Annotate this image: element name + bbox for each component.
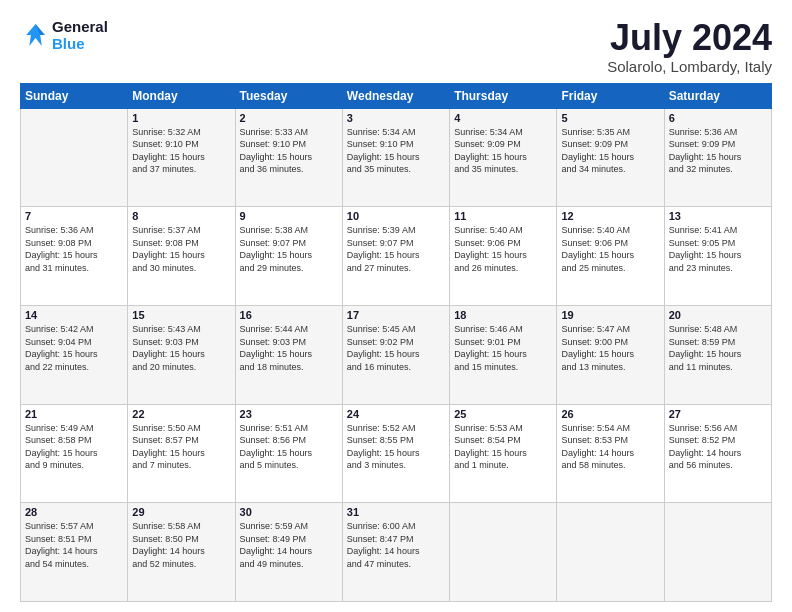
- day-cell: 20Sunrise: 5:48 AMSunset: 8:59 PMDayligh…: [664, 305, 771, 404]
- day-number: 24: [347, 408, 445, 420]
- header-friday: Friday: [557, 83, 664, 108]
- day-number: 21: [25, 408, 123, 420]
- day-info: Sunrise: 5:41 AMSunset: 9:05 PMDaylight:…: [669, 224, 767, 274]
- day-info: Sunrise: 5:47 AMSunset: 9:00 PMDaylight:…: [561, 323, 659, 373]
- day-cell: 3Sunrise: 5:34 AMSunset: 9:10 PMDaylight…: [342, 108, 449, 207]
- day-info: Sunrise: 5:56 AMSunset: 8:52 PMDaylight:…: [669, 422, 767, 472]
- day-number: 25: [454, 408, 552, 420]
- day-info: Sunrise: 5:54 AMSunset: 8:53 PMDaylight:…: [561, 422, 659, 472]
- day-number: 1: [132, 112, 230, 124]
- day-info: Sunrise: 5:37 AMSunset: 9:08 PMDaylight:…: [132, 224, 230, 274]
- day-info: Sunrise: 5:48 AMSunset: 8:59 PMDaylight:…: [669, 323, 767, 373]
- day-info: Sunrise: 5:59 AMSunset: 8:49 PMDaylight:…: [240, 520, 338, 570]
- day-cell: [557, 503, 664, 602]
- week-row-4: 21Sunrise: 5:49 AMSunset: 8:58 PMDayligh…: [21, 404, 772, 503]
- day-info: Sunrise: 5:34 AMSunset: 9:10 PMDaylight:…: [347, 126, 445, 176]
- day-cell: 28Sunrise: 5:57 AMSunset: 8:51 PMDayligh…: [21, 503, 128, 602]
- day-cell: 9Sunrise: 5:38 AMSunset: 9:07 PMDaylight…: [235, 207, 342, 306]
- title-section: July 2024 Solarolo, Lombardy, Italy: [607, 18, 772, 75]
- header-wednesday: Wednesday: [342, 83, 449, 108]
- week-row-2: 7Sunrise: 5:36 AMSunset: 9:08 PMDaylight…: [21, 207, 772, 306]
- day-cell: 1Sunrise: 5:32 AMSunset: 9:10 PMDaylight…: [128, 108, 235, 207]
- day-number: 18: [454, 309, 552, 321]
- day-number: 2: [240, 112, 338, 124]
- day-cell: 15Sunrise: 5:43 AMSunset: 9:03 PMDayligh…: [128, 305, 235, 404]
- day-cell: 22Sunrise: 5:50 AMSunset: 8:57 PMDayligh…: [128, 404, 235, 503]
- day-info: Sunrise: 5:46 AMSunset: 9:01 PMDaylight:…: [454, 323, 552, 373]
- day-info: Sunrise: 5:32 AMSunset: 9:10 PMDaylight:…: [132, 126, 230, 176]
- header-row: Sunday Monday Tuesday Wednesday Thursday…: [21, 83, 772, 108]
- day-number: 22: [132, 408, 230, 420]
- day-number: 7: [25, 210, 123, 222]
- header-tuesday: Tuesday: [235, 83, 342, 108]
- day-info: Sunrise: 5:40 AMSunset: 9:06 PMDaylight:…: [561, 224, 659, 274]
- day-cell: 5Sunrise: 5:35 AMSunset: 9:09 PMDaylight…: [557, 108, 664, 207]
- day-cell: 18Sunrise: 5:46 AMSunset: 9:01 PMDayligh…: [450, 305, 557, 404]
- logo-text: General Blue: [52, 18, 108, 52]
- day-cell: 14Sunrise: 5:42 AMSunset: 9:04 PMDayligh…: [21, 305, 128, 404]
- day-number: 30: [240, 506, 338, 518]
- header-saturday: Saturday: [664, 83, 771, 108]
- day-info: Sunrise: 5:53 AMSunset: 8:54 PMDaylight:…: [454, 422, 552, 472]
- day-cell: [664, 503, 771, 602]
- day-number: 15: [132, 309, 230, 321]
- day-cell: 2Sunrise: 5:33 AMSunset: 9:10 PMDaylight…: [235, 108, 342, 207]
- day-info: Sunrise: 5:33 AMSunset: 9:10 PMDaylight:…: [240, 126, 338, 176]
- day-cell: 29Sunrise: 5:58 AMSunset: 8:50 PMDayligh…: [128, 503, 235, 602]
- day-cell: 16Sunrise: 5:44 AMSunset: 9:03 PMDayligh…: [235, 305, 342, 404]
- day-cell: 8Sunrise: 5:37 AMSunset: 9:08 PMDaylight…: [128, 207, 235, 306]
- day-number: 17: [347, 309, 445, 321]
- day-number: 29: [132, 506, 230, 518]
- day-number: 23: [240, 408, 338, 420]
- day-number: 31: [347, 506, 445, 518]
- day-info: Sunrise: 5:43 AMSunset: 9:03 PMDaylight:…: [132, 323, 230, 373]
- day-cell: 30Sunrise: 5:59 AMSunset: 8:49 PMDayligh…: [235, 503, 342, 602]
- week-row-3: 14Sunrise: 5:42 AMSunset: 9:04 PMDayligh…: [21, 305, 772, 404]
- day-info: Sunrise: 5:45 AMSunset: 9:02 PMDaylight:…: [347, 323, 445, 373]
- day-cell: [450, 503, 557, 602]
- day-info: Sunrise: 5:42 AMSunset: 9:04 PMDaylight:…: [25, 323, 123, 373]
- day-number: 27: [669, 408, 767, 420]
- day-cell: 25Sunrise: 5:53 AMSunset: 8:54 PMDayligh…: [450, 404, 557, 503]
- day-cell: 21Sunrise: 5:49 AMSunset: 8:58 PMDayligh…: [21, 404, 128, 503]
- day-cell: 24Sunrise: 5:52 AMSunset: 8:55 PMDayligh…: [342, 404, 449, 503]
- calendar-page: General Blue July 2024 Solarolo, Lombard…: [0, 0, 792, 612]
- week-row-1: 1Sunrise: 5:32 AMSunset: 9:10 PMDaylight…: [21, 108, 772, 207]
- day-number: 14: [25, 309, 123, 321]
- day-cell: 19Sunrise: 5:47 AMSunset: 9:00 PMDayligh…: [557, 305, 664, 404]
- day-number: 16: [240, 309, 338, 321]
- day-cell: 6Sunrise: 5:36 AMSunset: 9:09 PMDaylight…: [664, 108, 771, 207]
- header-sunday: Sunday: [21, 83, 128, 108]
- day-info: Sunrise: 6:00 AMSunset: 8:47 PMDaylight:…: [347, 520, 445, 570]
- day-number: 13: [669, 210, 767, 222]
- calendar-table: Sunday Monday Tuesday Wednesday Thursday…: [20, 83, 772, 602]
- header-monday: Monday: [128, 83, 235, 108]
- day-info: Sunrise: 5:44 AMSunset: 9:03 PMDaylight:…: [240, 323, 338, 373]
- day-number: 10: [347, 210, 445, 222]
- day-number: 26: [561, 408, 659, 420]
- calendar-subtitle: Solarolo, Lombardy, Italy: [607, 58, 772, 75]
- calendar-body: 1Sunrise: 5:32 AMSunset: 9:10 PMDaylight…: [21, 108, 772, 601]
- day-cell: 17Sunrise: 5:45 AMSunset: 9:02 PMDayligh…: [342, 305, 449, 404]
- day-info: Sunrise: 5:40 AMSunset: 9:06 PMDaylight:…: [454, 224, 552, 274]
- day-info: Sunrise: 5:38 AMSunset: 9:07 PMDaylight:…: [240, 224, 338, 274]
- day-info: Sunrise: 5:36 AMSunset: 9:09 PMDaylight:…: [669, 126, 767, 176]
- day-number: 4: [454, 112, 552, 124]
- day-info: Sunrise: 5:52 AMSunset: 8:55 PMDaylight:…: [347, 422, 445, 472]
- day-cell: 4Sunrise: 5:34 AMSunset: 9:09 PMDaylight…: [450, 108, 557, 207]
- day-info: Sunrise: 5:50 AMSunset: 8:57 PMDaylight:…: [132, 422, 230, 472]
- day-number: 11: [454, 210, 552, 222]
- day-cell: 26Sunrise: 5:54 AMSunset: 8:53 PMDayligh…: [557, 404, 664, 503]
- day-cell: 13Sunrise: 5:41 AMSunset: 9:05 PMDayligh…: [664, 207, 771, 306]
- day-number: 3: [347, 112, 445, 124]
- day-number: 28: [25, 506, 123, 518]
- day-cell: 11Sunrise: 5:40 AMSunset: 9:06 PMDayligh…: [450, 207, 557, 306]
- day-number: 6: [669, 112, 767, 124]
- day-number: 5: [561, 112, 659, 124]
- day-number: 9: [240, 210, 338, 222]
- day-number: 12: [561, 210, 659, 222]
- week-row-5: 28Sunrise: 5:57 AMSunset: 8:51 PMDayligh…: [21, 503, 772, 602]
- logo-area: General Blue: [20, 18, 108, 52]
- day-cell: [21, 108, 128, 207]
- day-info: Sunrise: 5:51 AMSunset: 8:56 PMDaylight:…: [240, 422, 338, 472]
